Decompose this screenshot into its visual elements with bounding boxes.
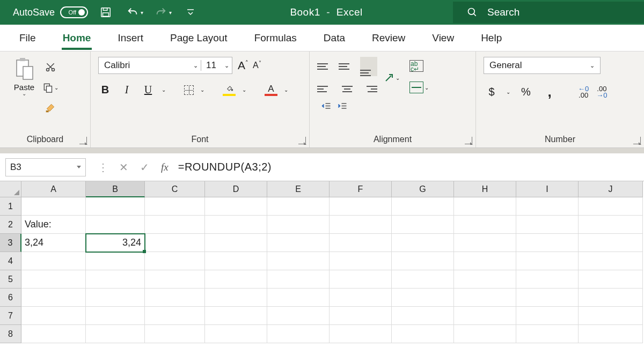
cell-I2[interactable]	[516, 216, 579, 234]
cell-D7[interactable]	[205, 307, 267, 325]
comma-format-button[interactable]: ,	[541, 84, 558, 100]
cell-A3[interactable]: 3,24	[21, 234, 86, 252]
tab-insert[interactable]: Insert	[116, 28, 144, 48]
cell-I4[interactable]	[516, 252, 579, 270]
increase-decimal-icon[interactable]: ←0.00	[578, 86, 589, 99]
cell-H4[interactable]	[454, 252, 516, 270]
col-header-C[interactable]: C	[145, 181, 205, 197]
select-all-corner[interactable]	[0, 181, 21, 197]
col-header-E[interactable]: E	[267, 181, 330, 197]
clipboard-launcher-icon[interactable]	[79, 137, 87, 144]
cell-H1[interactable]	[454, 197, 516, 216]
cut-button[interactable]	[42, 59, 59, 75]
chevron-down-icon[interactable]: ⌄	[162, 87, 166, 93]
col-header-B[interactable]: B	[86, 181, 145, 197]
cell-B2[interactable]	[86, 216, 145, 234]
row-header-8[interactable]: 8	[0, 325, 21, 343]
cell-C8[interactable]	[145, 325, 205, 343]
col-header-J[interactable]: J	[579, 181, 643, 197]
cell-E6[interactable]	[267, 289, 330, 307]
cell-F2[interactable]	[330, 216, 392, 234]
cell-J6[interactable]	[579, 289, 643, 307]
cell-E2[interactable]	[267, 216, 330, 234]
autosave-toggle[interactable]: Off	[60, 6, 88, 18]
chevron-down-icon[interactable]: ⌄	[590, 62, 595, 69]
col-header-I[interactable]: I	[516, 181, 579, 197]
cell-H3[interactable]	[454, 234, 516, 252]
number-launcher-icon[interactable]	[633, 137, 641, 144]
cell-E3[interactable]	[267, 234, 330, 252]
undo-icon[interactable]	[123, 3, 142, 21]
cell-E1[interactable]	[267, 197, 330, 216]
row-header-4[interactable]: 4	[0, 252, 21, 270]
font-color-icon[interactable]: A	[265, 84, 277, 96]
insert-function-icon[interactable]: fx	[161, 161, 169, 173]
cell-B6[interactable]	[86, 289, 145, 307]
cell-J3[interactable]	[579, 234, 643, 252]
row-header-3[interactable]: 3	[0, 234, 21, 252]
decrease-indent-icon[interactable]	[320, 102, 332, 112]
cell-C2[interactable]	[145, 216, 205, 234]
paste-button[interactable]: Paste ⌄	[8, 57, 41, 97]
chevron-down-icon[interactable]: ⌄	[506, 89, 510, 95]
font-size-value[interactable]: 11	[201, 60, 221, 71]
cell-F4[interactable]	[330, 252, 392, 270]
cell-B8[interactable]	[86, 325, 145, 343]
undo-dropdown-icon[interactable]: ▾	[141, 10, 143, 16]
cell-B4[interactable]	[86, 252, 145, 270]
font-name-picker[interactable]: Calibri ⌄ 11 ⌄	[98, 57, 232, 74]
cell-J4[interactable]	[579, 252, 643, 270]
chevron-down-icon[interactable]: ⌄	[221, 62, 232, 69]
col-header-F[interactable]: F	[330, 181, 392, 197]
cell-C1[interactable]	[145, 197, 205, 216]
italic-button[interactable]: I	[120, 84, 134, 96]
col-header-G[interactable]: G	[392, 181, 454, 197]
cell-G7[interactable]	[392, 307, 454, 325]
cell-F3[interactable]	[330, 234, 392, 252]
tab-file[interactable]: File	[18, 28, 37, 48]
cell-C3[interactable]	[145, 234, 205, 252]
cell-C6[interactable]	[145, 289, 205, 307]
tab-view[interactable]: View	[431, 28, 455, 48]
cell-G1[interactable]	[392, 197, 454, 216]
chevron-down-icon[interactable]: ⌄	[396, 75, 400, 81]
cell-A1[interactable]	[21, 197, 86, 216]
align-middle-icon[interactable]	[339, 57, 356, 76]
cell-C4[interactable]	[145, 252, 205, 270]
decrease-font-icon[interactable]: A˅	[253, 60, 261, 70]
cell-H8[interactable]	[454, 325, 516, 343]
cell-E8[interactable]	[267, 325, 330, 343]
cell-I1[interactable]	[516, 197, 579, 216]
align-right-icon[interactable]	[360, 79, 377, 99]
alignment-launcher-icon[interactable]	[465, 137, 472, 144]
cell-I5[interactable]	[516, 270, 579, 289]
copy-button[interactable]: ⌄	[42, 79, 59, 95]
cell-D6[interactable]	[205, 289, 267, 307]
cell-J8[interactable]	[579, 325, 643, 343]
cell-F1[interactable]	[330, 197, 392, 216]
cell-A6[interactable]	[21, 289, 86, 307]
tab-data[interactable]: Data	[323, 28, 346, 48]
align-left-icon[interactable]	[317, 79, 334, 99]
increase-indent-icon[interactable]	[336, 102, 348, 112]
font-launcher-icon[interactable]	[298, 137, 306, 144]
cell-B3[interactable]: 3,24	[86, 234, 145, 252]
number-format-picker[interactable]: General ⌄	[484, 57, 601, 74]
cell-J5[interactable]	[579, 270, 643, 289]
cell-I7[interactable]	[516, 307, 579, 325]
formula-more-icon[interactable]: ⋮	[98, 161, 107, 174]
row-header-1[interactable]: 1	[0, 197, 21, 216]
cell-G5[interactable]	[392, 270, 454, 289]
cell-J1[interactable]	[579, 197, 643, 216]
tab-page-layout[interactable]: Page Layout	[169, 28, 229, 48]
cell-G8[interactable]	[392, 325, 454, 343]
cell-A7[interactable]	[21, 307, 86, 325]
cell-E5[interactable]	[267, 270, 330, 289]
formula-input[interactable]: =ROUNDUP(A3;2)	[169, 161, 644, 173]
cell-D5[interactable]	[205, 270, 267, 289]
customize-qat-icon[interactable]	[181, 3, 200, 21]
merge-center-button[interactable]: ⌄	[409, 82, 429, 93]
cell-F7[interactable]	[330, 307, 392, 325]
tab-home[interactable]: Home	[62, 28, 92, 48]
cell-A4[interactable]	[21, 252, 86, 270]
